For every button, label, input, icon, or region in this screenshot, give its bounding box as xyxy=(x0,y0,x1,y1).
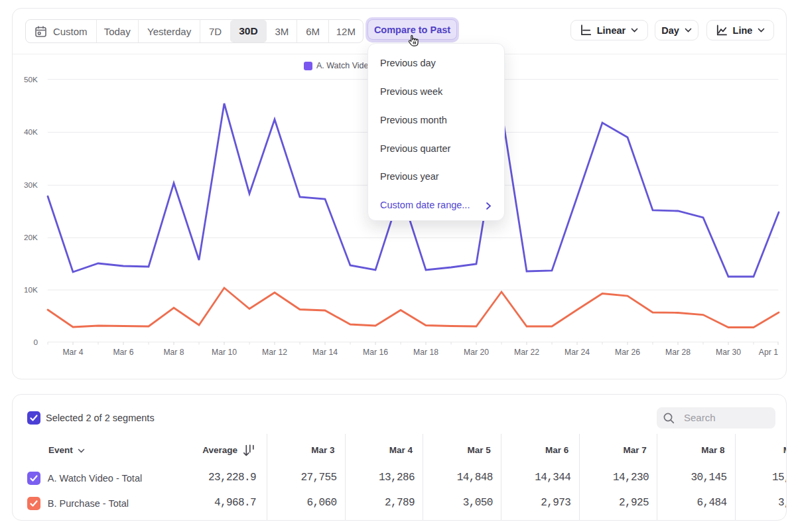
svg-text:Mar 20: Mar 20 xyxy=(464,348,489,357)
svg-text:Mar 16: Mar 16 xyxy=(363,348,388,357)
svg-text:0: 0 xyxy=(33,338,38,347)
svg-text:Mar 18: Mar 18 xyxy=(413,348,438,357)
svg-text:Mar 30: Mar 30 xyxy=(716,348,741,357)
svg-text:50K: 50K xyxy=(24,75,38,84)
svg-text:10K: 10K xyxy=(24,285,38,295)
svg-text:Mar 10: Mar 10 xyxy=(212,348,237,357)
svg-text:Mar 8: Mar 8 xyxy=(163,348,184,357)
svg-text:Mar 28: Mar 28 xyxy=(665,348,691,357)
svg-text:30K: 30K xyxy=(24,180,38,190)
svg-text:Mar 22: Mar 22 xyxy=(514,348,539,357)
svg-text:Mar 12: Mar 12 xyxy=(262,348,287,357)
svg-text:40K: 40K xyxy=(24,127,38,137)
svg-text:Mar 26: Mar 26 xyxy=(615,348,640,357)
svg-text:Mar 14: Mar 14 xyxy=(312,348,338,357)
svg-text:20K: 20K xyxy=(24,233,38,242)
svg-text:Apr 1: Apr 1 xyxy=(759,348,778,357)
svg-text:Mar 6: Mar 6 xyxy=(113,348,133,357)
svg-text:Mar 4: Mar 4 xyxy=(62,348,83,357)
svg-text:Mar 24: Mar 24 xyxy=(564,348,590,357)
